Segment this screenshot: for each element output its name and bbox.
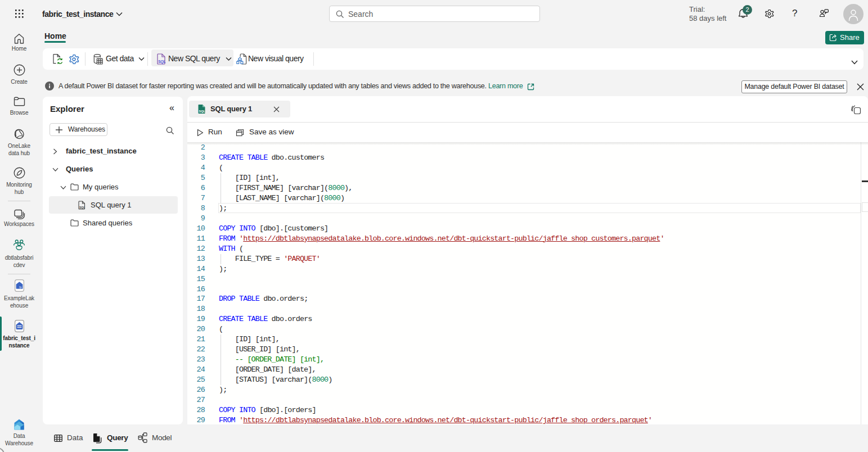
svg-text:SQL: SQL: [199, 110, 206, 113]
svg-text:SQL: SQL: [158, 60, 165, 64]
svg-text:SQL: SQL: [79, 206, 85, 209]
